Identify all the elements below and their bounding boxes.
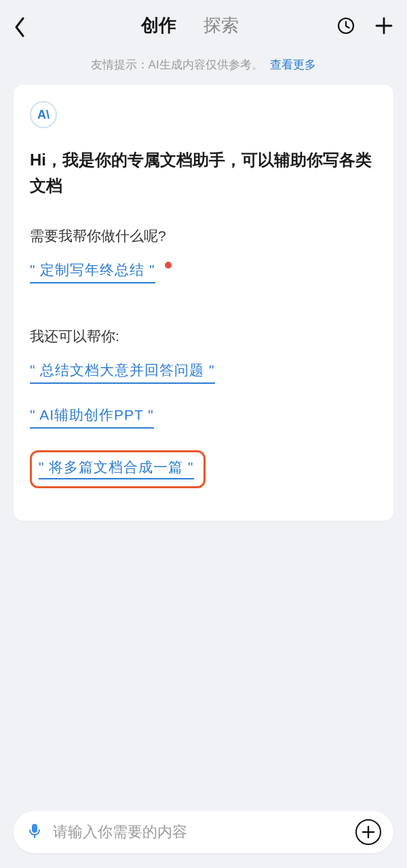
chat-input[interactable]: 请输入你需要的内容 bbox=[53, 822, 346, 842]
tip-link[interactable]: 查看更多 bbox=[270, 58, 316, 71]
back-button[interactable] bbox=[14, 17, 41, 37]
assistant-card: A\ Hi，我是你的专属文档助手，可以辅助你写各类文档 需要我帮你做什么呢? "… bbox=[14, 85, 393, 521]
tip-bar: 友情提示：AI生成内容仅供参考。 查看更多 bbox=[0, 47, 407, 85]
suggestion-row: " 总结文档大意并回答问题 " bbox=[30, 361, 377, 384]
suggestion-ai-ppt[interactable]: " AI辅助创作PPT " bbox=[30, 406, 154, 429]
new-badge-dot bbox=[165, 262, 172, 269]
more-label: 我还可以帮你: bbox=[30, 327, 377, 346]
suggestion-primary-row: " 定制写年终总结 " bbox=[30, 260, 377, 283]
chevron-left-icon bbox=[14, 17, 26, 37]
new-button[interactable] bbox=[374, 16, 393, 38]
suggestion-row: " 将多篇文档合成一篇 " bbox=[30, 450, 377, 488]
header-tabs: 创作 探索 bbox=[41, 14, 339, 41]
suggestion-row: " AI辅助创作PPT " bbox=[30, 406, 377, 429]
tab-create[interactable]: 创作 bbox=[141, 14, 176, 41]
voice-input-button[interactable] bbox=[26, 822, 43, 842]
tab-explore[interactable]: 探索 bbox=[204, 14, 239, 41]
spacer bbox=[0, 521, 407, 803]
suggestion-year-summary[interactable]: " 定制写年终总结 " bbox=[30, 260, 155, 283]
chat-input-bar[interactable]: 请输入你需要的内容 bbox=[14, 811, 393, 853]
ai-avatar: A\ bbox=[30, 101, 57, 128]
clock-icon bbox=[336, 16, 355, 35]
greeting-text: Hi，我是你的专属文档助手，可以辅助你写各类文档 bbox=[30, 147, 377, 199]
plus-icon bbox=[374, 16, 393, 35]
add-button[interactable] bbox=[355, 819, 381, 845]
svg-rect-1 bbox=[32, 824, 37, 833]
highlighted-suggestion-box: " 将多篇文档合成一篇 " bbox=[30, 450, 206, 488]
suggestion-summarize-doc[interactable]: " 总结文档大意并回答问题 " bbox=[30, 361, 215, 384]
history-button[interactable] bbox=[336, 16, 355, 38]
suggestion-merge-docs[interactable]: " 将多篇文档合成一篇 " bbox=[39, 458, 194, 479]
plus-icon bbox=[362, 825, 375, 839]
app-header: 创作 探索 bbox=[0, 0, 407, 47]
prompt-question: 需要我帮你做什么呢? bbox=[30, 226, 377, 245]
microphone-icon bbox=[26, 822, 43, 840]
tip-text: 友情提示：AI生成内容仅供参考。 bbox=[91, 58, 263, 71]
header-actions bbox=[339, 16, 393, 38]
